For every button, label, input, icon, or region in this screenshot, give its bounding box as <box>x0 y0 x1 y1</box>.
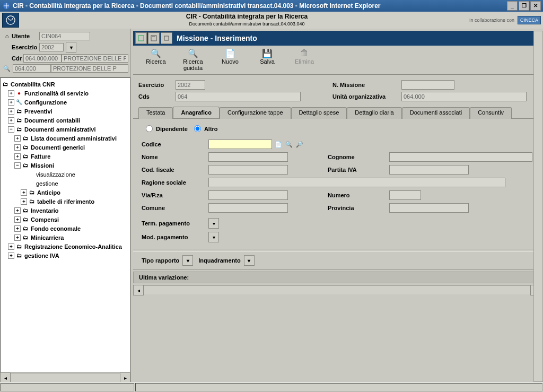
ricerca-guidata-label: Ricercaguidata <box>183 58 203 71</box>
pt-btn-1[interactable] <box>135 32 147 44</box>
tab-config-tappe[interactable]: Configurazione tappe <box>220 107 291 119</box>
modpag-dropdown[interactable]: ▾ <box>208 232 219 242</box>
tree-registrazione[interactable]: +🗂Registrazione Economico-Analitica <box>1 242 130 251</box>
window-title-text: CIR - Contabilità integrata per la Ricer… <box>13 0 381 12</box>
right-pane: Missione - Inserimento 🔍 Ricerca 🔍 Ricer… <box>131 29 543 382</box>
new-doc-icon: 📄 <box>225 48 235 58</box>
right-h-scrollbar[interactable]: ◂▸ <box>133 285 541 294</box>
piva-label: Partita IVA <box>328 167 386 173</box>
left-h-scrollbar[interactable]: ◂▸ <box>0 373 130 382</box>
search-lookup-icon[interactable]: 🔍 <box>285 140 293 149</box>
tab-anagrafico[interactable]: Anagrafico <box>173 107 219 118</box>
app-header: CIR - Contabilità integrata per la Ricer… <box>0 12 543 29</box>
tree-fatture[interactable]: +🗂Fatture <box>1 152 130 161</box>
close-button[interactable]: ✕ <box>530 1 541 11</box>
tipo-rapporto-label: Tipo rapporto <box>142 257 179 264</box>
ragsoc-label: Ragione sociale <box>142 179 205 186</box>
radio-altro-label: Altro <box>204 126 218 132</box>
app-title: CIR - Contabilità integrata per la Ricer… <box>24 13 469 21</box>
toolbar: 🔍 Ricerca 🔍 Ricercaguidata 📄 Nuovo 💾 Sal… <box>133 46 541 75</box>
tab-testata[interactable]: Testata <box>138 107 173 119</box>
collab-text: In collaborazione con <box>469 18 514 23</box>
form-top: Esercizio N. Missione Cds Unità organizz… <box>133 77 541 104</box>
tab-panel-anagrafico: Dipendente Altro Codice 📄 🔍 🔎 Nome Cogno… <box>133 119 541 249</box>
tree-doc-amministrativi[interactable]: −🗂Documenti amministrativi <box>1 125 130 134</box>
ricerca-button[interactable]: 🔍 Ricerca <box>144 48 168 71</box>
nav-tree[interactable]: 🗂Contabilita CNR +●Funzionalità di servi… <box>0 77 130 373</box>
codice-input[interactable] <box>208 140 272 149</box>
utente-field <box>39 32 90 40</box>
inquadramento-dropdown[interactable]: ▾ <box>244 255 255 266</box>
tree-preventivi[interactable]: +🗂Preventivi <box>1 107 130 116</box>
window-title-bar: CIR - Contabilità integrata per la Ricer… <box>0 0 543 12</box>
tree-anticipo[interactable]: +🗂Anticipo <box>1 188 130 197</box>
tab-doc-associati[interactable]: Documenti associati <box>402 107 470 119</box>
esercizio-field <box>39 43 64 51</box>
tree-configurazione[interactable]: +🔧Configurazione <box>1 98 130 107</box>
left-pane: ⌂ Utente Esercizio ▾ Cdr 🔍 🗂Contabilita … <box>0 29 131 382</box>
tree-minicarriera[interactable]: +🗂Minicarriera <box>1 233 130 242</box>
variation-label: Ultima variazione: <box>139 274 189 281</box>
n-missione-input <box>401 80 454 90</box>
termpag-label: Term. pagamento <box>142 220 205 227</box>
codfisc-label: Cod. fiscale <box>142 167 205 173</box>
tree-root[interactable]: 🗂Contabilita CNR <box>1 80 130 89</box>
tree-doc-generici[interactable]: +🗂Documenti generici <box>1 143 130 152</box>
termpag-dropdown[interactable]: ▾ <box>208 218 219 229</box>
esercizio-input <box>176 80 205 90</box>
tipo-rapporto-dropdown[interactable]: ▾ <box>182 255 193 266</box>
r-scroll-left-btn[interactable]: ◂ <box>133 285 144 295</box>
ricerca-guidata-button[interactable]: 🔍 Ricercaguidata <box>181 48 205 71</box>
page-title: Missione - Inserimento <box>177 34 257 42</box>
tree-inventario[interactable]: +🗂Inventario <box>1 206 130 215</box>
save-icon: 💾 <box>262 48 273 58</box>
tab-consuntivo[interactable]: Consuntiv <box>470 107 512 119</box>
new-lookup-icon[interactable]: 📄 <box>274 140 283 149</box>
tab-dettaglio-diaria[interactable]: Dettaglio diaria <box>347 107 401 119</box>
pt-btn-3[interactable] <box>161 32 172 44</box>
ragsoc-input <box>208 178 505 187</box>
tree-compensi[interactable]: +🗂Compensi <box>1 215 130 224</box>
esercizio-dropdown[interactable]: ▾ <box>66 42 76 53</box>
tree-fondo[interactable]: +🗂Fondo economale <box>1 224 130 233</box>
cdr-field <box>23 54 62 63</box>
radio-dipendente[interactable] <box>146 125 153 132</box>
codice-label: Codice <box>142 141 205 147</box>
tree-missioni[interactable]: −🗂Missioni <box>1 161 130 170</box>
svg-rect-4 <box>164 36 169 40</box>
cds-input <box>176 92 301 101</box>
nuovo-button[interactable]: 📄 Nuovo <box>218 48 242 71</box>
binoculars-icon: 🔍 <box>151 48 161 58</box>
ricerca-label: Ricerca <box>146 58 165 65</box>
pt-btn-2[interactable] <box>148 32 160 44</box>
scroll-right-btn[interactable]: ▸ <box>120 372 130 382</box>
elimina-button: 🗑 Elimina <box>292 48 317 71</box>
tree-tabelle-rif[interactable]: +🗂tabelle di riferimento <box>1 197 130 206</box>
elimina-label: Elimina <box>295 58 314 65</box>
tree-doc-contabili[interactable]: +🗂Documenti contabili <box>1 116 130 125</box>
uo-input <box>401 92 527 101</box>
tab-dettaglio-spese[interactable]: Dettaglio spese <box>291 107 347 119</box>
radio-altro[interactable] <box>194 125 201 132</box>
restore-button[interactable]: ❐ <box>519 1 529 11</box>
tree-gestione[interactable]: gestione <box>1 179 130 188</box>
binoculars-icon[interactable]: 🔍 <box>2 65 12 72</box>
tree-visualizzazione[interactable]: visualizzazione <box>1 170 130 179</box>
uo-desc-field <box>51 64 128 73</box>
cds-label: Cds <box>138 93 176 100</box>
inquadramento-label: Inquadramento <box>198 257 240 264</box>
tree-funzionalita[interactable]: +●Funzionalità di servizio <box>1 89 130 98</box>
status-cell-2 <box>135 383 542 391</box>
minimize-button[interactable]: _ <box>507 1 518 11</box>
status-bar <box>0 382 543 392</box>
scroll-left-btn[interactable]: ◂ <box>0 372 11 382</box>
salva-button[interactable]: 💾 Salva <box>255 48 279 71</box>
n-missione-label: N. Missione <box>332 82 386 88</box>
search2-lookup-icon[interactable]: 🔎 <box>295 140 304 149</box>
tree-gestione-iva[interactable]: +🗂gestione IVA <box>1 251 130 260</box>
tree-lista-doc[interactable]: +🗂Lista documenti amministrativi <box>1 134 130 143</box>
right-v-scrollbar[interactable] <box>533 31 543 382</box>
nuovo-label: Nuovo <box>222 58 239 65</box>
nome-input <box>208 152 288 162</box>
bottom-strip: Tipo rapporto ▾ Inquadramento ▾ <box>133 251 541 269</box>
